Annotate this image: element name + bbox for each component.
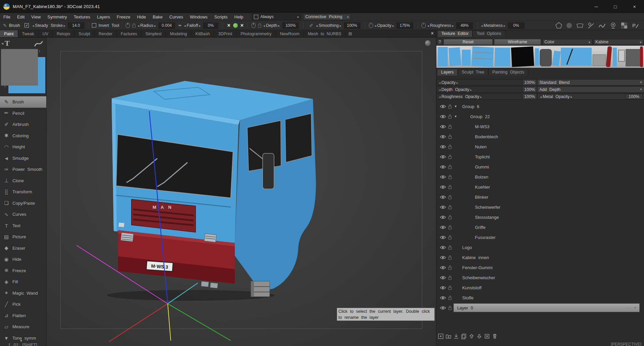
object-dropdown[interactable]: Kabine ▼ — [593, 39, 644, 45]
steady-stroke-value[interactable]: 14.0 — [68, 22, 84, 29]
tool-item[interactable]: ▤ Picture — [0, 231, 47, 243]
lock-icon[interactable] — [448, 104, 452, 109]
always-checkbox[interactable] — [254, 15, 258, 19]
lock-icon[interactable] — [448, 215, 452, 219]
maximize-button[interactable]: □ — [606, 0, 625, 13]
lock-icon[interactable] — [258, 25, 261, 28]
layer-row[interactable]: ▼ Group 22 ∷∷ ▼ — [436, 111, 644, 121]
lock-icon[interactable] — [448, 275, 452, 280]
opacity-control[interactable]: Opacity — [374, 23, 395, 28]
room-tab[interactable]: Sculpt — [74, 30, 95, 37]
texture-editor-tab[interactable]: Texture Editor — [437, 30, 473, 37]
layers-panel-tab[interactable]: Painting Objects — [488, 69, 528, 76]
falloff-control[interactable]: Falloff — [183, 23, 202, 28]
room-tab[interactable]: Factures — [117, 30, 142, 37]
texture-editor-tab[interactable]: Tool Options — [473, 30, 505, 37]
smoothing-value[interactable]: 100% — [344, 22, 360, 29]
visibility-eye-icon[interactable] — [440, 145, 446, 149]
lock-icon[interactable] — [448, 225, 452, 230]
new-folder-icon[interactable] — [445, 333, 451, 339]
tool-item[interactable]: ◄ Smudge — [0, 153, 47, 164]
steady-stroke-control[interactable]: Steady Stroke — [32, 23, 66, 28]
uv-texture-preview[interactable] — [436, 46, 644, 68]
visibility-eye-icon[interactable] — [440, 195, 446, 199]
layer-row[interactable]: ▼ M-WS3 ∷∷ ▼ — [436, 121, 644, 132]
soft-sphere-icon[interactable] — [566, 22, 573, 29]
tool-item[interactable]: ◆ Eraser — [0, 243, 47, 254]
layer-row[interactable]: ▼ Scheinwerfer ∷∷ ▼ — [436, 202, 644, 212]
layer-options-icon[interactable]: ▼ — [634, 306, 637, 309]
room-tab[interactable]: Simplest — [142, 30, 166, 37]
close-button[interactable]: × — [625, 0, 644, 13]
roughness-value[interactable]: 49% — [457, 22, 473, 29]
duplicate-layer-icon[interactable] — [461, 333, 467, 339]
wireframe-button[interactable]: Wireframe — [494, 39, 541, 45]
roughness-control[interactable]: Roughness — [427, 23, 454, 28]
swap-colors-icon[interactable]: ↕ — [39, 49, 41, 53]
drag-grip-icon[interactable]: ∷∷ — [625, 306, 630, 310]
menu-item[interactable]: Help — [231, 13, 247, 20]
geometry-pentagon-icon[interactable] — [555, 22, 562, 29]
visibility-eye-icon[interactable] — [440, 175, 446, 179]
visibility-eye-icon[interactable] — [440, 265, 446, 270]
stroke-preview-icon[interactable] — [34, 40, 43, 48]
gloss-channel-toggle[interactable]: × — [240, 23, 244, 28]
layer-row[interactable]: ▼ Blinker ∷∷ ▼ — [436, 192, 644, 202]
tool-item[interactable]: ⊥ Clone — [0, 175, 47, 187]
tool-item[interactable]: T Text — [0, 220, 47, 232]
menu-item[interactable]: Symmetry — [44, 13, 70, 20]
lock-icon[interactable] — [448, 255, 452, 260]
smoothing-control[interactable]: Smoothing — [315, 23, 342, 28]
room-tab[interactable]: Render — [95, 30, 117, 37]
radius-control[interactable]: Radius — [137, 23, 157, 28]
tool-item[interactable]: ◠ Height — [0, 141, 47, 153]
menu-item[interactable]: Hide — [133, 13, 149, 20]
blend-mode-dropdown[interactable]: Standard Blend▼ — [537, 79, 644, 86]
tool-item[interactable]: ✑ Power Smooth — [0, 164, 47, 175]
lock-icon[interactable] — [448, 124, 452, 129]
add-layer-icon[interactable] — [438, 333, 444, 339]
layer-row[interactable]: ▼ Layer 0 ∷∷ ▼ — [436, 303, 644, 313]
text-tool-icon[interactable]: T — [5, 39, 10, 48]
visibility-eye-icon[interactable] — [440, 185, 446, 189]
lock-icon[interactable] — [448, 134, 452, 139]
picking-mode-dropdown[interactable]: Connective Picking ▼ — [303, 14, 351, 20]
import-layer-icon[interactable] — [453, 333, 459, 339]
layer-row[interactable]: ▼ Scheibenwischer ∷∷ ▼ — [436, 273, 644, 283]
menu-item[interactable]: Textures — [70, 13, 94, 20]
tool-item[interactable]: ╱ Pick — [0, 299, 47, 310]
tool-item[interactable]: ◉ Hide — [0, 254, 47, 265]
invert-tool-checkbox[interactable] — [92, 23, 96, 28]
move-layer-down-icon[interactable] — [476, 333, 482, 339]
tool-item[interactable]: ⣿ Transform — [0, 186, 47, 198]
room-tab[interactable]: Modeling — [166, 30, 192, 37]
tool-item[interactable]: ✱ Coloring — [0, 130, 47, 142]
lock-icon[interactable] — [448, 185, 452, 189]
layer-row[interactable]: ▼ Gummi ∷∷ ▼ — [436, 162, 644, 172]
layer-row[interactable]: ▼ Fenster-Gummi ∷∷ ▼ — [436, 262, 644, 273]
visibility-eye-icon[interactable] — [440, 104, 446, 109]
channel-dropdown[interactable]: Color ▼ — [542, 39, 592, 45]
menu-item[interactable]: Windows — [186, 13, 211, 20]
steady-stroke-checkbox[interactable]: ✓ — [24, 23, 29, 28]
layer-row[interactable]: ▼ Kabine innen ∷∷ ▼ — [436, 252, 644, 262]
lock-icon[interactable] — [132, 25, 136, 28]
layer-row[interactable]: ▼ Nuten ∷∷ ▼ — [436, 142, 644, 152]
room-tab[interactable]: Paint — [0, 30, 18, 37]
navigation-sphere-icon[interactable] — [425, 40, 431, 46]
menu-item[interactable]: Layers — [94, 13, 113, 20]
smoothing-pencil-icon[interactable]: ✐ — [309, 23, 313, 28]
depth-control[interactable]: Depth — [263, 23, 280, 28]
room-tab[interactable]: Photogrammetry — [236, 30, 276, 37]
lock-icon[interactable] — [448, 265, 452, 270]
opacity-value[interactable]: 175% — [397, 22, 413, 29]
menu-item[interactable]: Freeze — [113, 13, 133, 20]
lock-icon[interactable] — [448, 205, 452, 209]
depth-blend-dropdown[interactable]: Add Depth▼ — [537, 86, 644, 93]
swap-colors-icon[interactable]: ↕ — [4, 84, 6, 88]
add-room-button[interactable]: ⊞ — [346, 30, 355, 37]
lock-icon[interactable] — [448, 235, 452, 240]
menu-item[interactable]: Scripts — [211, 13, 231, 20]
lock-icon[interactable] — [448, 175, 452, 179]
expand-arrow-icon[interactable]: ▼ — [454, 115, 457, 118]
